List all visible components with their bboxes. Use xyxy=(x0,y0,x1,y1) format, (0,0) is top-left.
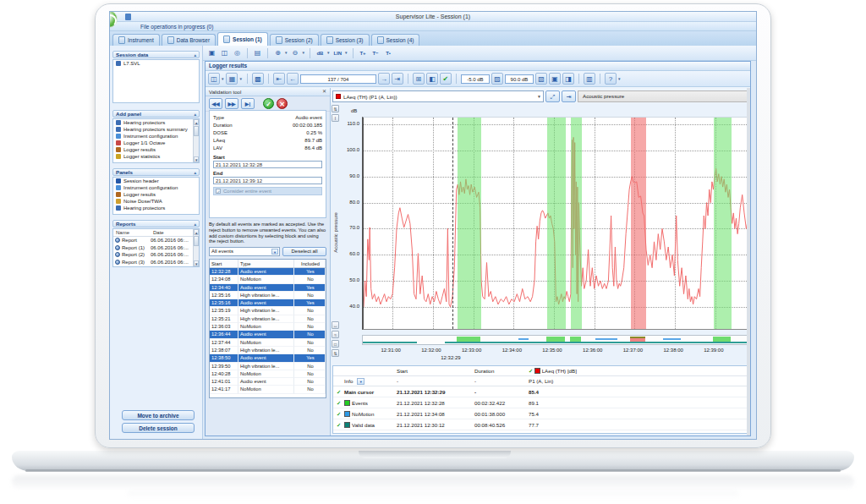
zoom-x-button[interactable]: ⤢ xyxy=(545,90,560,102)
chevron-down-icon[interactable]: ▼ xyxy=(326,51,330,55)
close-icon[interactable]: ✕ xyxy=(322,88,326,96)
rejected-event-band[interactable] xyxy=(631,118,646,329)
chevron-down-icon[interactable]: ▼ xyxy=(238,77,242,81)
report-row[interactable]: Report (3)06.06.2016 06:... xyxy=(113,259,199,266)
lin-scale-icon[interactable]: LIN xyxy=(332,47,343,58)
prev-record-icon[interactable]: ← xyxy=(287,73,299,85)
collapse-icon[interactable]: ▴ xyxy=(194,221,196,227)
panels-header[interactable]: Panels▴ xyxy=(112,168,200,176)
panels-item-session-header[interactable]: Session header xyxy=(113,178,199,184)
play-event-button[interactable]: ▶| xyxy=(241,98,255,109)
deselect-all-button[interactable]: Deselect all xyxy=(282,247,326,256)
prev-event-button[interactable]: ◀◀ xyxy=(209,98,222,109)
collapse-icon[interactable]: ▴ xyxy=(194,52,196,58)
validation-tool-icon[interactable]: ▩ xyxy=(252,73,264,85)
tab-data-browser[interactable]: Data Browser xyxy=(162,34,216,46)
event-row[interactable]: 12:34:08NoMotionNo xyxy=(210,276,326,283)
info-row-nomotion[interactable]: ✓NoMotion21.12.2021 12:34:0800:01:38.000… xyxy=(333,408,748,419)
plot-scale-button[interactable]: I xyxy=(332,114,339,122)
zoom-out-icon[interactable]: ⊖ xyxy=(289,47,300,58)
plot[interactable] xyxy=(362,117,749,330)
panels-item-noise-dose-twa[interactable]: Noise Dose/TWA xyxy=(113,198,199,205)
panels-item-hearing-protectors[interactable]: Hearing protectors xyxy=(113,205,199,211)
panels-item-logger-results[interactable]: Logger results xyxy=(113,191,199,198)
end-field[interactable]: 21.12.2021 12:39:12 xyxy=(213,177,322,184)
first-record-icon[interactable]: ⇤ xyxy=(273,73,285,85)
time-navigator[interactable] xyxy=(362,335,749,345)
event-row[interactable]: 12:36:03NoMotionNo xyxy=(210,323,326,331)
checkbox-icon[interactable]: ✓ xyxy=(216,189,221,194)
tab-instrument[interactable]: Instrument xyxy=(112,34,160,46)
accepted-event-band[interactable] xyxy=(571,118,583,329)
add-panel-item-logger-results[interactable]: Logger results xyxy=(113,146,199,153)
event-filter-select[interactable]: All events▼ xyxy=(209,247,280,256)
info-row-main-cursor[interactable]: ✓Main cursor21.12.2021 12:32:29-85.4 xyxy=(333,386,748,397)
print-preview-icon[interactable]: ◫ xyxy=(219,47,230,58)
series-select[interactable]: LAeq (TH) (P1 (A, Lin)) ▼ xyxy=(332,90,544,102)
collapse-icon[interactable]: ▴ xyxy=(194,111,196,118)
event-row[interactable]: 12:35:21High vibration le...No xyxy=(210,315,326,323)
plot-zoom-button[interactable]: □ xyxy=(332,340,339,348)
scale-min-icon[interactable]: ▨ xyxy=(491,73,503,85)
chevron-down-icon[interactable]: ▼ xyxy=(284,51,288,55)
add-panel-scrollbar[interactable]: ▲▼ xyxy=(193,119,199,162)
next-event-button[interactable]: ▶▶ xyxy=(225,98,238,109)
tab-session-1-[interactable]: Session (1) xyxy=(217,32,268,46)
scale-max-field[interactable]: 90.0 dB xyxy=(505,74,534,84)
fit-view-icon[interactable]: ◨ xyxy=(562,73,574,85)
export-icon[interactable]: ◎ xyxy=(232,47,243,58)
event-row[interactable]: 12:32:28Audio eventYes xyxy=(210,268,326,276)
add-panel-item-hearing-protectors-summary[interactable]: Hearing protectors summary xyxy=(113,126,199,133)
event-row[interactable]: 12:41:01Audio eventNo xyxy=(210,378,326,386)
add-panel-item-logger-statistics[interactable]: Logger statistics xyxy=(113,153,199,160)
layers-icon[interactable]: ◧ xyxy=(426,73,438,85)
plot-zoom-button[interactable]: ↔ xyxy=(332,321,339,329)
vertical-scrollbar[interactable] xyxy=(747,88,750,436)
add-panel-item-instrument-configuration[interactable]: Instrument configuration xyxy=(113,133,199,140)
chevron-down-icon[interactable]: ▼ xyxy=(271,249,278,255)
next-record-icon[interactable]: → xyxy=(378,73,390,85)
reports-header[interactable]: Reports▴ xyxy=(112,220,200,227)
tab-session-3-[interactable]: Session (3) xyxy=(321,34,370,46)
event-row[interactable]: 12:37:44NoMotionNo xyxy=(210,339,326,347)
event-row[interactable]: 12:39:50High vibration le...No xyxy=(210,363,326,370)
chevron-down-icon[interactable]: ▼ xyxy=(344,51,348,55)
event-row[interactable]: 12:40:28NoMotionNo xyxy=(210,370,326,378)
main-cursor-line[interactable] xyxy=(452,118,453,329)
add-panel-item-logger-1-1-octave[interactable]: Logger 1/1 Octave xyxy=(113,140,199,146)
start-field[interactable]: 21.12.2021 12:32:28 xyxy=(213,161,322,168)
consider-entire-event-row[interactable]: ✓ Consider entire event xyxy=(213,187,322,195)
plot-zoom-button[interactable]: ≈ xyxy=(332,331,339,338)
tab-session-4-[interactable]: Session (4) xyxy=(371,34,420,46)
zoom-in-icon[interactable]: ⊕ xyxy=(272,47,283,58)
chevron-down-icon[interactable]: ▼ xyxy=(221,77,224,81)
panel-layout-icon[interactable]: ◫ xyxy=(208,73,220,85)
collapse-icon[interactable]: ▴ xyxy=(194,169,196,176)
session-file-l7-svl[interactable]: L7.SVL xyxy=(113,60,199,67)
pan-x-button[interactable]: ⇥ xyxy=(562,90,576,102)
report-row[interactable]: Report (1)06.06.2016 06:... xyxy=(113,244,199,252)
event-row[interactable]: 12:41:17NoMotionNo xyxy=(210,386,326,393)
reject-event-button[interactable]: ✕ xyxy=(277,98,288,109)
event-row[interactable]: 12:35:16High vibration le...No xyxy=(210,292,326,299)
accept-event-button[interactable]: ✓ xyxy=(263,98,274,109)
report-row[interactable]: Report06.06.2016 06:... xyxy=(113,237,199,244)
delete-session-button[interactable]: Delete session xyxy=(122,423,195,433)
text-larger-icon[interactable]: T+ xyxy=(358,47,369,58)
scale-min-field[interactable]: -5.0 dB xyxy=(461,74,490,84)
event-row[interactable]: 12:35:19High vibration le...No xyxy=(210,307,326,315)
reports-scrollbar[interactable]: ▲▼ xyxy=(193,229,199,266)
colors-icon[interactable]: ▦ xyxy=(226,73,238,85)
scale-max-icon[interactable]: ▧ xyxy=(535,73,547,85)
db-scale-icon[interactable]: dB xyxy=(315,47,326,58)
tab-session-2-[interactable]: Session (2) xyxy=(270,34,319,46)
accepted-event-band[interactable] xyxy=(458,118,481,329)
record-position-field[interactable]: 137 / 704 xyxy=(300,74,376,84)
session-data-header[interactable]: Session data▴ xyxy=(112,51,200,58)
text-smaller-icon[interactable]: T− xyxy=(370,47,381,58)
file-operations-status[interactable]: File operations in progress (0) xyxy=(140,24,213,30)
help-icon[interactable]: ? xyxy=(605,73,617,85)
accepted-event-band[interactable] xyxy=(714,118,732,329)
move-to-archive-button[interactable]: Move to archive xyxy=(122,410,195,420)
event-row[interactable]: 12:36:44Audio eventNo xyxy=(210,331,326,338)
